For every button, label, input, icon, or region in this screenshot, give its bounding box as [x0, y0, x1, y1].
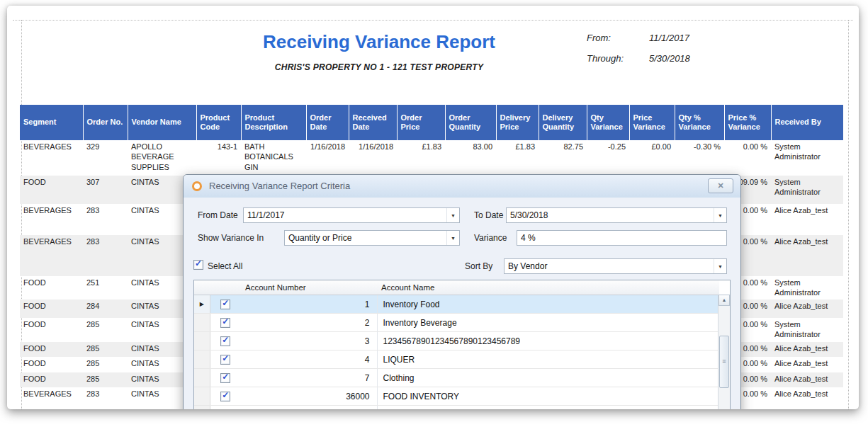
account-checkbox[interactable]: ✓ [220, 392, 230, 401]
checkbox-column-header [210, 280, 241, 295]
checkmark-icon: ✓ [222, 353, 229, 363]
sort-by-value: By Vendor [505, 261, 714, 271]
account-number-cell [241, 406, 377, 410]
list-item[interactable] [194, 406, 719, 410]
from-date-label: From Date [198, 207, 238, 223]
from-date-combo[interactable]: 11/1/2017 ▼ [243, 207, 460, 223]
table-cell: FOOD [20, 300, 83, 318]
account-number-cell: 2 [241, 314, 377, 332]
checkmark-icon: ✓ [222, 317, 229, 326]
column-header: Order Price [397, 105, 445, 140]
scroll-up-icon[interactable]: ▲ [718, 295, 730, 306]
account-name-header: Account Name [377, 280, 719, 295]
select-all-checkbox[interactable]: ✓ [193, 260, 203, 270]
table-cell: 83.00 [445, 140, 496, 176]
to-date-dropdown-icon[interactable]: ▼ [714, 208, 726, 222]
row-marker-column-header [194, 280, 210, 295]
account-checkbox[interactable]: ✓ [220, 373, 230, 383]
row-marker [194, 350, 210, 369]
table-cell: System Administrator [771, 140, 843, 176]
from-value: 11/1/2017 [649, 33, 689, 43]
account-checkbox-cell[interactable] [210, 406, 241, 410]
table-cell: FOOD [20, 372, 83, 387]
table-cell: FOOD [20, 342, 83, 357]
receiving-variance-criteria-dialog: Receiving Variance Report Criteria ✕ Fro… [183, 174, 741, 409]
to-date-combo[interactable]: 5/30/2018 ▼ [506, 207, 727, 223]
checkmark-icon: ✓ [222, 335, 229, 345]
row-marker: ▶ [194, 295, 210, 314]
table-cell: FOOD [20, 357, 83, 372]
scrollbar[interactable]: ▲ ≡ [718, 295, 730, 409]
account-checkbox-cell[interactable]: ✓ [210, 332, 241, 350]
list-item[interactable]: ✓36000FOOD INVENTORY [194, 387, 719, 406]
list-item[interactable]: ▶✓1Inventory Food [194, 295, 719, 314]
to-date-label: To Date [474, 207, 503, 223]
show-variance-in-label: Show Variance In [198, 230, 264, 246]
variance-value: 4 % [517, 233, 726, 243]
table-cell: 283 [83, 204, 128, 235]
account-checkbox[interactable]: ✓ [220, 300, 230, 309]
sort-by-dropdown-icon[interactable]: ▼ [714, 259, 726, 273]
table-cell: 283 [83, 387, 128, 406]
table-header-row: SegmentOrder No.Vendor NameProduct CodeP… [20, 105, 843, 140]
list-item[interactable]: ✓2Inventory Beverage [194, 314, 719, 332]
account-number-cell: 36000 [241, 387, 377, 406]
checkmark-icon: ✓ [222, 298, 229, 308]
scrollbar-grip-icon: ≡ [722, 358, 726, 365]
account-number-cell: 3 [241, 332, 377, 350]
table-cell: FOOD [20, 318, 83, 342]
list-item[interactable]: ✓7Clothing [194, 369, 719, 387]
sort-by-combo[interactable]: By Vendor ▼ [504, 258, 727, 274]
date-range: From: 11/1/2017 Through: 5/30/2018 [587, 33, 690, 74]
table-cell: Alice Azab_test [771, 372, 843, 387]
table-cell: BEVERAGES [20, 235, 83, 276]
account-checkbox-cell[interactable]: ✓ [210, 295, 241, 314]
list-item[interactable]: ✓312345678901234567890123456789 [194, 332, 719, 350]
close-button[interactable]: ✕ [708, 178, 733, 193]
from-label: From: [587, 33, 649, 43]
dialog-titlebar[interactable]: Receiving Variance Report Criteria ✕ [184, 175, 740, 198]
app-badge-icon [192, 181, 202, 191]
account-checkbox-cell[interactable]: ✓ [210, 314, 241, 332]
from-date-dropdown-icon[interactable]: ▼ [446, 208, 459, 222]
account-checkbox-cell[interactable]: ✓ [210, 387, 241, 406]
show-variance-in-combo[interactable]: Quantity or Price ▼ [284, 230, 460, 246]
dialog-title: Receiving Variance Report Criteria [209, 175, 350, 198]
account-number-cell: 7 [241, 369, 377, 387]
report-page: Receiving Variance Report CHRIS'S PROPER… [7, 6, 859, 409]
account-checkbox-cell[interactable]: ✓ [210, 369, 241, 387]
table-cell: 307 [83, 176, 128, 204]
column-header: Product Description [241, 105, 306, 140]
show-variance-dropdown-icon[interactable]: ▼ [446, 231, 459, 245]
table-cell: -0.25 [587, 140, 629, 176]
table-cell: 82.75 [539, 140, 587, 176]
table-cell: BEVERAGES [20, 140, 83, 176]
variance-input[interactable]: 4 % [517, 230, 727, 246]
row-marker [194, 406, 210, 410]
account-checkbox[interactable]: ✓ [220, 336, 230, 346]
list-item[interactable]: ✓4LIQUER [194, 350, 719, 369]
table-cell: BEVERAGES [20, 387, 83, 406]
table-cell: Alice Azab_test [771, 387, 843, 406]
scrollbar-thumb[interactable]: ≡ [719, 336, 729, 388]
through-label: Through: [587, 53, 649, 64]
table-cell: System Administrator [771, 276, 843, 300]
table-cell: -0.30 % [675, 140, 724, 176]
table-cell: 285 [83, 342, 128, 357]
account-checkbox[interactable]: ✓ [220, 318, 230, 328]
column-header: Qty Variance [587, 105, 629, 140]
account-checkbox[interactable]: ✓ [220, 355, 230, 365]
table-cell: APOLLO BEVERAGE SUPPLIES [128, 140, 196, 176]
row-marker [194, 387, 210, 406]
account-checkbox-cell[interactable]: ✓ [210, 350, 241, 369]
table-row: BEVERAGES329APOLLO BEVERAGE SUPPLIES143-… [20, 140, 843, 176]
table-cell: 284 [83, 300, 128, 318]
table-cell: Alice Azab_test [771, 357, 843, 372]
column-header: Order Quantity [445, 105, 496, 140]
table-cell: Alice Azab_test [771, 204, 843, 235]
account-number-header: Account Number [241, 280, 377, 295]
table-cell: Alice Azab_test [771, 342, 843, 357]
table-cell: FOOD [20, 176, 83, 204]
accounts-header-row: Account Number Account Name [194, 280, 719, 295]
account-name-cell [377, 406, 719, 410]
